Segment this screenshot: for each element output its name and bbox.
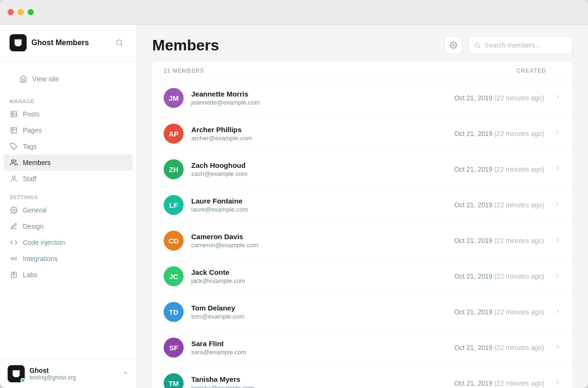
member-info: Archer Phillips archer@example.com xyxy=(191,126,454,142)
app-window: Ghost Members xyxy=(0,0,588,388)
member-info: Tom Delaney tom@example.com xyxy=(191,304,454,320)
member-email: zach@example.com xyxy=(191,170,454,177)
sidebar-item-members[interactable]: Members xyxy=(4,155,133,171)
sidebar-item-design[interactable]: Design xyxy=(4,218,133,234)
pages-icon xyxy=(10,126,18,135)
member-name: Sara Flint xyxy=(191,340,454,348)
member-avatar: LF xyxy=(164,195,184,215)
code-injection-label: Code injection xyxy=(23,239,65,246)
member-email: jack@example.com xyxy=(191,277,454,284)
member-info: Sara Flint sara@example.com xyxy=(191,340,454,356)
member-email: sara@example.com xyxy=(191,349,454,356)
members-table: 21 MEMBERS CREATED JM Jeannette Morris j… xyxy=(152,62,573,388)
member-date-relative: (22 minutes ago) xyxy=(494,308,544,316)
sidebar-item-general[interactable]: General xyxy=(4,202,133,218)
svg-point-15 xyxy=(475,43,480,47)
members-table-header: 21 MEMBERS CREATED xyxy=(152,62,573,80)
sidebar-item-code-injection[interactable]: Code injection xyxy=(4,234,133,251)
design-label: Design xyxy=(23,223,44,230)
sidebar-item-tags[interactable]: Tags xyxy=(4,138,133,155)
close-button[interactable] xyxy=(8,9,14,15)
sidebar-item-pages[interactable]: Pages xyxy=(4,122,133,138)
member-date-relative: (22 minutes ago) xyxy=(494,165,544,173)
sidebar: Ghost Members xyxy=(0,25,137,388)
online-indicator xyxy=(20,378,25,383)
minimize-button[interactable] xyxy=(18,9,24,15)
svg-rect-6 xyxy=(11,127,17,133)
main-actions xyxy=(444,36,573,54)
labs-label: Labs xyxy=(23,271,37,279)
staff-icon xyxy=(10,175,18,183)
member-email: laure@example.com xyxy=(191,206,454,213)
integrations-icon xyxy=(10,254,18,263)
member-name: Zach Hooghoud xyxy=(191,161,454,169)
integrations-label: Integrations xyxy=(23,255,58,262)
chevron-right-icon xyxy=(554,129,561,139)
table-row[interactable]: AP Archer Phillips archer@example.com Oc… xyxy=(152,116,573,152)
user-info: Ghost testing@ghost.org xyxy=(29,367,76,381)
user-email: testing@ghost.org xyxy=(29,374,76,381)
table-row[interactable]: TD Tom Delaney tom@example.com Oct 21, 2… xyxy=(152,294,573,330)
user-avatar-icon xyxy=(11,369,21,379)
table-row[interactable]: ZH Zach Hooghoud zach@example.com Oct 21… xyxy=(152,152,573,187)
sidebar-item-staff[interactable]: Staff xyxy=(4,171,133,187)
table-row[interactable]: LF Laure Fontaine laure@example.com Oct … xyxy=(152,187,573,223)
sidebar-footer[interactable]: Ghost testing@ghost.org xyxy=(0,359,137,388)
member-date: Oct 21, 2019 (22 minutes ago) xyxy=(454,201,544,209)
chevron-right-icon xyxy=(554,165,561,175)
member-date-relative: (22 minutes ago) xyxy=(494,130,544,137)
posts-label: Posts xyxy=(23,110,39,118)
table-row[interactable]: CD Cameron Davis cameron@example.com Oct… xyxy=(152,223,573,259)
sidebar-header: Ghost Members xyxy=(0,25,137,61)
member-date: Oct 21, 2019 (22 minutes ago) xyxy=(454,379,544,387)
member-avatar: JM xyxy=(164,88,184,108)
user-name: Ghost xyxy=(29,367,76,374)
view-site-label: View site xyxy=(32,75,59,83)
table-row[interactable]: JC Jack Conte jack@example.com Oct 21, 2… xyxy=(152,259,573,294)
svg-point-12 xyxy=(13,209,15,211)
search-icon xyxy=(474,42,480,49)
members-list-container: 21 MEMBERS CREATED JM Jeannette Morris j… xyxy=(137,62,588,388)
sidebar-item-integrations[interactable]: Integrations xyxy=(4,251,133,267)
sidebar-item-posts[interactable]: Posts xyxy=(4,106,133,122)
member-info: Tanisha Myers tanisha@example.com xyxy=(191,375,454,388)
code-icon xyxy=(10,238,18,247)
page-title: Members xyxy=(152,37,219,54)
member-email: cameron@example.com xyxy=(191,242,454,249)
chevron-right-icon xyxy=(554,200,561,210)
member-avatar: AP xyxy=(164,124,184,144)
member-avatar: TM xyxy=(164,373,184,388)
member-date: Oct 21, 2019 (22 minutes ago) xyxy=(454,237,544,244)
brand-icon xyxy=(10,34,27,51)
member-date-relative: (22 minutes ago) xyxy=(494,344,544,351)
svg-point-0 xyxy=(117,40,122,45)
ghost-logo-icon xyxy=(13,38,23,48)
member-avatar: SF xyxy=(164,338,184,358)
sidebar-item-labs[interactable]: Labs xyxy=(4,267,133,283)
main-header: Members xyxy=(137,25,588,62)
tags-label: Tags xyxy=(23,143,37,150)
general-label: General xyxy=(23,206,47,214)
chevron-right-icon xyxy=(554,272,561,281)
settings-section-label: SETTINGS xyxy=(0,191,137,202)
member-info: Zach Hooghoud zach@example.com xyxy=(191,161,454,177)
search-input[interactable] xyxy=(484,41,567,49)
member-name: Jeannette Morris xyxy=(191,90,454,98)
table-row[interactable]: SF Sara Flint sara@example.com Oct 21, 2… xyxy=(152,330,573,366)
manage-section-label: MANAGE xyxy=(0,95,137,106)
member-date-relative: (22 minutes ago) xyxy=(494,94,544,102)
search-icon xyxy=(116,39,123,47)
svg-point-13 xyxy=(13,258,15,260)
sidebar-item-view-site[interactable]: View site xyxy=(13,71,123,87)
chevron-right-icon xyxy=(554,93,561,103)
member-name: Tom Delaney xyxy=(191,304,454,312)
fullscreen-button[interactable] xyxy=(28,9,34,15)
member-avatar: ZH xyxy=(164,159,184,179)
member-date: Oct 21, 2019 (22 minutes ago) xyxy=(454,272,544,280)
home-icon xyxy=(19,75,28,83)
sidebar-search-button[interactable] xyxy=(112,35,127,50)
member-avatar: TD xyxy=(164,302,184,322)
table-row[interactable]: TM Tanisha Myers tanisha@example.com Oct… xyxy=(152,366,573,388)
settings-button[interactable] xyxy=(444,36,462,54)
table-row[interactable]: JM Jeannette Morris jeannette@example.co… xyxy=(152,80,573,116)
